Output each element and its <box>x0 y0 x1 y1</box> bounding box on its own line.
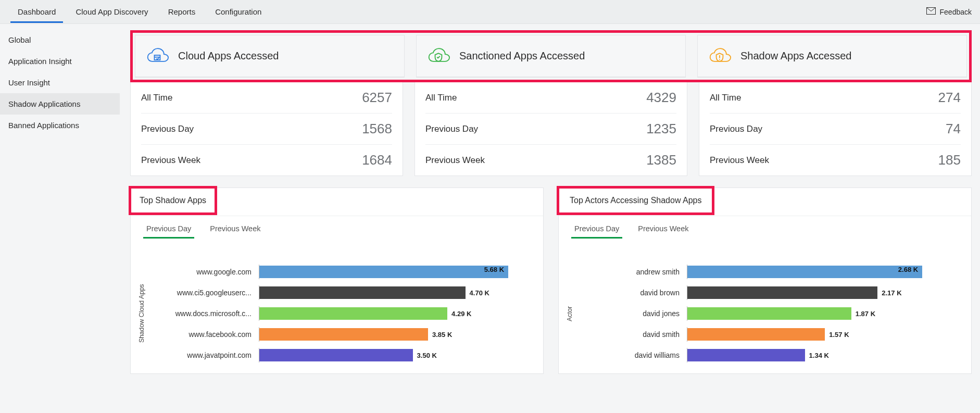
panel-title-highlight: Top Actors Accessing Shadow Apps <box>557 186 714 215</box>
bar-value-label: 3.50 K <box>417 352 437 359</box>
stat-label: All Time <box>710 93 741 103</box>
tab-reports[interactable]: Reports <box>159 1 205 22</box>
bar-track: 5.68 K <box>259 265 522 279</box>
panel-title: Top Actors Accessing Shadow Apps <box>570 196 701 205</box>
tab-cloud-app-discovery[interactable]: Cloud App Discovery <box>66 1 157 22</box>
bar-value-label: 4.29 K <box>451 310 471 318</box>
stat-card-shadow-apps: Shadow Apps Accessed <box>697 35 967 78</box>
panel-top-actors: Top Actors Accessing Shadow Apps Previou… <box>558 187 972 374</box>
sidebar-item-application-insight[interactable]: Application Insight <box>0 51 120 72</box>
feedback-label: Feedback <box>940 8 972 16</box>
bar-category-label: www.facebook.com <box>149 330 259 339</box>
sidebar-item-user-insight[interactable]: User Insight <box>0 72 120 93</box>
main-content: Cloud Apps Accessed Sanctioned Apps Acce… <box>120 24 980 382</box>
bar-fill <box>259 328 428 341</box>
top-nav: Dashboard Cloud App Discovery Reports Co… <box>8 1 271 22</box>
bar-track: 1.34 K <box>687 348 950 362</box>
stat-value: 274 <box>938 90 961 106</box>
bar-value-label: 5.68 K <box>484 266 504 273</box>
svg-point-4 <box>719 59 720 60</box>
sidebar-item-banned-applications[interactable]: Banned Applications <box>0 115 120 136</box>
stat-label: Previous Week <box>425 155 485 166</box>
panel-top-shadow-apps: Top Shadow Apps Previous Day Previous We… <box>130 187 544 374</box>
bar-value-label: 1.34 K <box>809 352 829 359</box>
top-nav-bar: Dashboard Cloud App Discovery Reports Co… <box>0 0 980 24</box>
stat-label: Previous Week <box>710 155 769 166</box>
bar-track: 1.57 K <box>687 327 950 342</box>
bar-row: andrew smith2.68 K <box>577 264 950 280</box>
bar-category-label: david smith <box>577 330 687 339</box>
bar-track: 4.29 K <box>259 306 522 321</box>
bar-chart: Shadow Cloud Apps www.google.com5.68 Kww… <box>131 238 543 363</box>
tab-configuration[interactable]: Configuration <box>206 1 271 22</box>
bar-fill <box>687 328 825 341</box>
cloud-icon <box>146 45 169 67</box>
bar-row: www.ci5.googleuserc...4.70 K <box>149 285 522 301</box>
panel-title: Top Shadow Apps <box>140 196 206 205</box>
bar-category-label: www.docs.microsoft.c... <box>149 309 259 318</box>
bar-row: www.docs.microsoft.c...4.29 K <box>149 306 522 321</box>
stat-card-title: Sanctioned Apps Accessed <box>459 50 585 62</box>
panel-tabs: Previous Day Previous Week <box>131 216 543 238</box>
stat-label: All Time <box>141 93 172 103</box>
bar-category-label: david jones <box>577 309 687 318</box>
stat-body-sanctioned-apps: All Time4329 Previous Day1235 Previous W… <box>414 82 687 176</box>
bar-fill <box>259 349 413 361</box>
stat-value: 4329 <box>646 90 676 106</box>
bar-category-label: www.google.com <box>149 268 259 276</box>
bar-category-label: david williams <box>577 351 687 359</box>
stat-label: All Time <box>425 93 457 103</box>
mail-icon <box>926 7 936 16</box>
bar-value-label: 3.85 K <box>432 331 452 339</box>
tab-previous-week[interactable]: Previous Week <box>207 219 263 238</box>
bar-fill <box>259 307 447 320</box>
stat-value: 1235 <box>646 121 676 137</box>
bar-row: david smith1.57 K <box>577 327 950 342</box>
stat-label: Previous Day <box>141 124 194 134</box>
feedback-button[interactable]: Feedback <box>926 7 972 16</box>
stat-card-title: Shadow Apps Accessed <box>740 50 851 62</box>
bar-value-label: 2.17 K <box>882 289 901 297</box>
chart-panels-row: Top Shadow Apps Previous Day Previous We… <box>130 187 972 374</box>
bar-category-label: www.javatpoint.com <box>149 351 259 359</box>
sidebar-item-global[interactable]: Global <box>0 29 120 51</box>
stat-card-title: Cloud Apps Accessed <box>178 50 279 62</box>
stat-value: 1684 <box>362 152 392 168</box>
bar-row: www.facebook.com3.85 K <box>149 327 522 342</box>
stat-body-shadow-apps: All Time274 Previous Day74 Previous Week… <box>699 82 972 176</box>
tab-previous-day[interactable]: Previous Day <box>571 219 622 238</box>
stat-value: 1568 <box>362 121 392 137</box>
sidebar: Global Application Insight User Insight … <box>0 24 120 382</box>
bar-track: 3.85 K <box>259 327 522 342</box>
stat-value: 74 <box>946 121 961 137</box>
bar-track: 4.70 K <box>259 285 522 300</box>
bar-value-label: 1.87 K <box>856 310 875 318</box>
stat-body-cloud-apps: All Time6257 Previous Day1568 Previous W… <box>130 82 403 176</box>
bar-row: www.javatpoint.com3.50 K <box>149 347 522 363</box>
bar-fill <box>687 286 877 299</box>
stat-label: Previous Day <box>425 124 478 134</box>
panel-title-highlight: Top Shadow Apps <box>129 186 217 215</box>
tab-previous-day[interactable]: Previous Day <box>143 219 194 238</box>
tab-previous-week[interactable]: Previous Week <box>635 219 692 238</box>
stat-card-cloud-apps: Cloud Apps Accessed <box>135 35 405 78</box>
bar-category-label: david brown <box>577 289 687 297</box>
warn-cloud-icon <box>708 45 731 67</box>
stat-value: 6257 <box>362 90 392 106</box>
bar-value-label: 1.57 K <box>829 331 849 339</box>
bar-row: www.google.com5.68 K <box>149 264 522 280</box>
bar-category-label: andrew smith <box>577 268 687 276</box>
stat-cards-row: Cloud Apps Accessed Sanctioned Apps Acce… <box>130 30 972 82</box>
bar-track: 3.50 K <box>259 348 522 362</box>
sidebar-item-shadow-applications[interactable]: Shadow Applications <box>0 93 120 115</box>
panel-tabs: Previous Day Previous Week <box>559 216 971 238</box>
bar-row: david williams1.34 K <box>577 347 950 363</box>
bar-fill: 5.68 K <box>259 266 508 278</box>
bar-row: david brown2.17 K <box>577 285 950 301</box>
bar-row: david jones1.87 K <box>577 306 950 321</box>
tab-dashboard[interactable]: Dashboard <box>8 1 65 22</box>
bar-fill <box>259 286 466 299</box>
y-axis-label: Shadow Cloud Apps <box>136 264 147 363</box>
bar-track: 2.68 K <box>687 265 950 279</box>
stat-label: Previous Day <box>710 124 762 134</box>
